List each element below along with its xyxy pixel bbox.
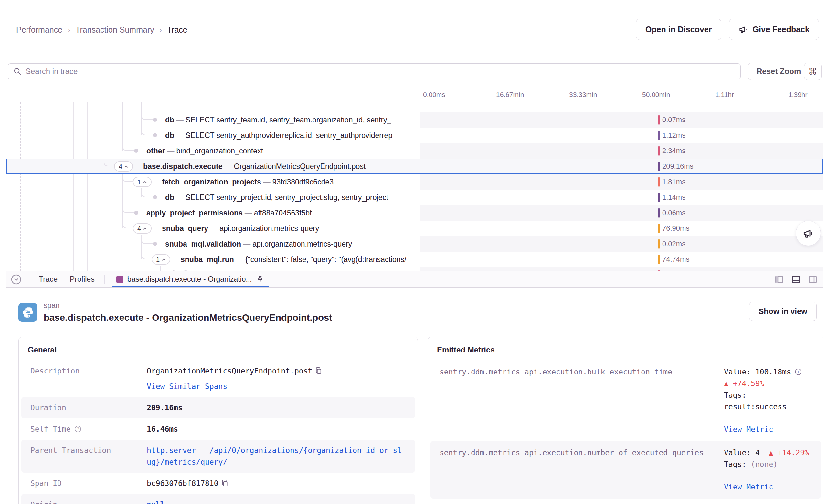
breadcrumb-separator: › [68,26,70,35]
give-feedback-button[interactable]: Give Feedback [729,19,819,40]
timeline-row-background [420,190,823,205]
tree-connector-elbow [123,142,135,151]
metric-delta: ▲ +74.59% [724,378,812,389]
layout-right-panel-button[interactable] [808,274,818,285]
span-leaf-bullet [153,195,157,199]
trace-row[interactable]: other—bind_organization_context2.34ms [6,143,823,159]
span-duration-bar [658,115,660,125]
breadcrumb-transaction-summary[interactable]: Transaction Summary [75,25,154,35]
trace-row[interactable]: 4snuba_query—api.organization.metrics-qu… [6,221,823,236]
layout-bottom-panel-button[interactable] [791,274,801,285]
general-row-value: bc963076bf817810 [147,477,406,489]
span-row-label: other—bind_organization_context [147,143,263,159]
help-icon[interactable]: ? [74,425,82,433]
span-children-count-pill[interactable]: 1 [152,254,170,265]
general-row-value: 16.46ms [147,423,406,435]
emitted-metrics-panel: Emitted Metrics sentry.ddm.metrics_api.e… [427,337,823,504]
metric-row: sentry.ddm.metrics_api.execution.total_e… [430,499,821,504]
metric-row: sentry.ddm.metrics_api.execution.number_… [430,441,821,499]
copy-icon[interactable] [315,367,323,374]
timeline-row-background [420,221,823,236]
span-children-count-pill[interactable]: 4 [114,161,133,172]
metric-value-line: Value: 4 ▲ +14.29% [724,447,812,458]
span-row-label: db—SELECT sentry_project.id, sentry_proj… [165,190,388,205]
span-leaf-bullet [153,133,157,137]
metric-name: sentry.ddm.metrics_api.execution.number_… [440,447,724,493]
tree-guide-dashed [20,102,21,271]
trace-row[interactable]: db—SELECT sentry_project.id, sentry_proj… [6,190,823,205]
value-link[interactable]: null [147,500,165,504]
shortcut-command-button[interactable]: ⌘ [804,63,822,80]
tab-span-detail-active[interactable]: base.dispatch.execute - Organizatio... [112,271,269,287]
python-icon [18,303,37,322]
trace-row[interactable]: 1snuba_mql.run—{"consistent": false, "qu… [6,252,823,267]
breadcrumb-trace: Trace [167,25,188,35]
value-link[interactable]: http.server - /api/0/organizations/{orga… [147,446,402,466]
show-in-view-button[interactable]: Show in view [749,302,817,321]
general-row-label: Parent Transaction [30,445,147,468]
breadcrumb-performance[interactable]: Performance [16,25,63,35]
general-row: Originnull [21,494,415,504]
axis-tick-label: 1.39hr [788,91,808,98]
open-in-discover-label: Open in Discover [646,25,712,34]
timeline-gridline [493,87,493,271]
timeline-axis: 0.00ms16.67min33.33min50.00min1.11hr1.39… [6,87,823,102]
span-row-label: snuba_mql.run—{"consistent": false, "que… [181,252,406,267]
collapse-chevron-button[interactable] [11,274,22,285]
span-duration-label: 1.14ms [662,190,686,205]
trace-row[interactable]: db—SELECT sentry_authproviderreplica.id,… [6,128,823,143]
open-in-discover-button[interactable]: Open in Discover [636,19,721,40]
view-similar-spans-link[interactable]: View Similar Spans [147,381,406,392]
tree-connector-elbow [141,111,154,120]
layout-left-panel-button[interactable] [774,274,784,285]
active-tab-underline [112,286,269,287]
general-row-label: Duration [30,402,147,414]
emitted-metrics-title: Emitted Metrics [428,337,823,360]
tab-profiles[interactable]: Profiles [67,275,97,284]
span-children-count-pill[interactable]: 4 [133,223,152,234]
view-metric-link[interactable]: View Metric [724,481,812,493]
search-input[interactable] [26,67,735,76]
reset-zoom-button[interactable]: Reset Zoom [748,63,810,80]
copy-icon[interactable] [221,479,229,487]
span-duration-label: 0.02ms [662,236,686,252]
timeline-row-background [420,159,823,174]
timeline-gridline [639,87,639,271]
tab-trace[interactable]: Trace [36,275,60,284]
trace-waterfall[interactable]: 0.00ms16.67min33.33min50.00min1.11hr1.39… [6,87,823,271]
axis-tick-label: 0.00ms [423,91,445,98]
span-row-label: http.client—POST http://127.0.0.1:10006/… [199,267,409,271]
view-metric-link[interactable]: View Metric [724,424,812,435]
general-row: Span IDbc963076bf817810 [21,473,415,494]
command-icon: ⌘ [808,66,817,77]
trace-row[interactable]: apply_project_permissions—aff88a704563f5… [6,205,823,221]
timeline-row-background [420,174,823,190]
general-row-label: Self Time? [30,423,147,435]
metric-value-line: Value: 100.18msi [724,366,812,378]
detail-tab-strip: Trace Profiles base.dispatch.execute - O… [6,271,823,288]
info-icon[interactable]: i [794,368,802,376]
pin-icon[interactable] [256,275,264,284]
span-leaf-bullet [134,211,138,215]
span-leaf-bullet [153,242,157,246]
trace-row[interactable]: 1http.client—POST http://127.0.0.1:10006… [6,267,823,271]
trace-row[interactable]: 4base.dispatch.execute—OrganizationMetri… [6,159,823,174]
breadcrumb-separator: › [159,26,162,35]
feedback-floating-button[interactable] [796,221,821,246]
active-tab-label: base.dispatch.execute - Organizatio... [127,275,252,284]
timeline-gridline [785,87,785,271]
span-duration-label: 0.07ms [662,112,686,128]
general-row: DescriptionOrganizationMetricsQueryEndpo… [21,360,415,397]
axis-tick-label: 16.67min [496,91,524,98]
metric-value-cell: Value: 4 ▲ +14.29%Tags: (none)View Metri… [724,447,812,493]
span-duration-bar [658,223,660,233]
span-children-count-pill[interactable]: 1 [133,177,152,187]
tree-connector-line [104,102,105,166]
value-text: 16.46ms [147,425,178,433]
trace-row[interactable]: 1fetch_organization_projects—93fd380df9c… [6,174,823,190]
trace-row[interactable]: snuba_mql.validation—api.organization.me… [6,236,823,252]
search-bar[interactable] [8,63,741,80]
trace-row[interactable]: db—SELECT sentry_team.id, sentry_team.or… [6,112,823,128]
value-text: OrganizationMetricsQueryEndpoint.post [147,367,312,375]
span-row-label: snuba_mql.validation—api.organization.me… [165,236,352,252]
